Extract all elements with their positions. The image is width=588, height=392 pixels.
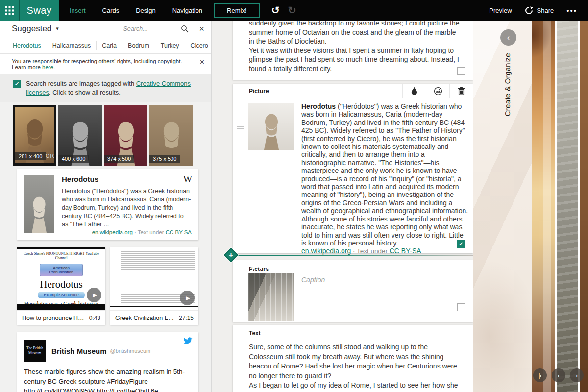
image-result-2[interactable]: 400 x 600	[58, 105, 102, 166]
image-size-badge: 281 x 400	[15, 152, 46, 160]
notice-here-link[interactable]: here.	[42, 64, 55, 70]
background-photo-strip	[580, 21, 588, 392]
video-thumbnail: Coach Shane's PRONOUNCE IT RIGHT YouTube…	[17, 247, 105, 310]
search-button[interactable]	[181, 25, 189, 33]
menu-item-navigation[interactable]: Navigation	[172, 7, 202, 14]
tag-caria[interactable]: Caria	[96, 41, 122, 50]
play-icon[interactable]: ▶	[180, 291, 195, 305]
british-museum-logo: The British Museum	[24, 340, 46, 362]
chevron-down-icon[interactable]: ▾	[56, 25, 59, 32]
go-to-start-button[interactable]: |‹	[533, 368, 547, 382]
bust-illustration	[26, 192, 52, 233]
share-label: Share	[537, 7, 554, 14]
focus-picture-icon	[434, 87, 442, 96]
tag-turkey[interactable]: Turkey	[155, 41, 185, 50]
suggested-dropdown[interactable]: Suggested	[12, 24, 51, 34]
cc-text-post: . Click to show all results.	[49, 89, 121, 96]
play-icon[interactable]: ▶	[87, 288, 101, 302]
more-options-button[interactable]: •••	[566, 6, 577, 15]
video-thumb-badge: American Pronunciation	[40, 264, 83, 276]
tweet-result-card[interactable]: The British Museum British Museum @briti…	[17, 332, 198, 392]
image-results-grid: ΌΤΟΣ 281 x 400 400 x 600 374 x 500	[0, 102, 211, 166]
video-result-2[interactable]: ▶ Greek Civilization Lecture... 27:15	[110, 247, 198, 325]
top-app-bar: Sway Insert Cards Design Navigation Remi…	[0, 0, 588, 21]
sway-logo[interactable]: Sway	[20, 0, 59, 21]
cc-filter-row: ✔ Search results are images tagged with …	[0, 74, 211, 102]
trash-icon	[458, 87, 465, 95]
caption-body: (''Hēródotos'') was a Greek historian wh…	[301, 102, 468, 247]
tag-halicarnassus[interactable]: Halicarnassus	[47, 41, 97, 50]
image-result-3[interactable]: 374 x 500	[104, 105, 147, 166]
focus-point-button[interactable]	[426, 84, 449, 98]
card-select-checkbox-checked[interactable]: ✔	[457, 240, 465, 248]
next-button[interactable]: ›	[570, 368, 584, 382]
previous-button[interactable]: ‹	[552, 368, 565, 382]
app-launcher-button[interactable]	[0, 0, 20, 21]
caption-license-link[interactable]: CC BY-SA	[390, 247, 421, 255]
collapse-panel-button[interactable]: ‹	[500, 29, 516, 46]
tag-herodotus[interactable]: Herodotus	[7, 41, 47, 50]
text-card-bottom[interactable]: Text Sure, some of the columns still sto…	[233, 325, 473, 392]
cc-checkbox-checked[interactable]: ✔	[13, 80, 21, 88]
card-type-label: Text	[249, 330, 462, 337]
wikipedia-license-link[interactable]: CC BY-SA	[166, 229, 192, 235]
image-size-badge: 400 x 600	[58, 155, 89, 163]
menu-item-cards[interactable]: Cards	[102, 7, 120, 14]
card-select-checkbox[interactable]	[457, 67, 465, 75]
video-result-1[interactable]: Coach Shane's PRONOUNCE IT RIGHT YouTube…	[17, 247, 105, 325]
search-input[interactable]	[123, 25, 181, 32]
wikipedia-source-sep: · Text under	[133, 229, 166, 235]
divider	[194, 24, 194, 34]
text-card-top[interactable]: suddenly given the backdrop to my favori…	[233, 21, 473, 80]
card-type-label: Picture	[249, 88, 269, 95]
wikipedia-logo-icon: W	[183, 174, 192, 185]
video-duration: 27:15	[179, 315, 194, 321]
letterbox-bar	[110, 306, 198, 307]
emphasis-droplet-button[interactable]	[402, 84, 426, 98]
caption-source-sep: · Text under	[351, 247, 390, 255]
card-caption-text[interactable]: Herodotus (''Hēródotos'') was a Greek hi…	[301, 102, 469, 256]
preview-button[interactable]: Preview	[489, 7, 512, 14]
close-panel-button[interactable]: ×	[199, 24, 204, 33]
menu-item-design[interactable]: Design	[136, 7, 155, 14]
remix-button[interactable]: Remix!	[214, 3, 259, 18]
card-picture-thumbnail[interactable]	[248, 103, 294, 150]
suggested-panel: Suggested ▾ × Herodotus Halicarnassus Ca…	[0, 21, 212, 392]
image-result-4[interactable]: 375 x 500	[149, 105, 193, 166]
card-select-checkbox[interactable]	[457, 303, 465, 311]
image-result-1[interactable]: ΌΤΟΣ 281 x 400	[13, 105, 56, 166]
card-picture-thumbnail[interactable]	[248, 273, 294, 321]
caption-placeholder[interactable]: Caption	[301, 276, 325, 284]
picture-card-herodotus[interactable]: Picture	[233, 84, 473, 253]
letterbox-bar	[17, 247, 105, 249]
create-organize-pane	[473, 21, 532, 392]
card-paragraph: As I began to let go of my idea of Rome,…	[249, 381, 462, 392]
image-size-badge: 375 x 500	[149, 155, 180, 163]
notice-close-icon[interactable]: ×	[200, 58, 204, 67]
wikipedia-source-link[interactable]: en.wikipedia.org	[92, 229, 133, 235]
tag-bodrum[interactable]: Bodrum	[122, 41, 155, 50]
share-button[interactable]: Share	[525, 6, 554, 15]
suggested-tags: Herodotus Halicarnassus Caria Bodrum Tur…	[0, 37, 211, 54]
drag-handle[interactable]	[237, 125, 244, 130]
card-paragraph: Yet it was with these visions that I spe…	[249, 46, 462, 74]
video-thumb-pill: Example Sentence	[38, 292, 85, 298]
search-icon	[181, 25, 189, 33]
droplet-icon	[411, 87, 418, 95]
letterbox-bar	[17, 304, 105, 310]
menu-item-insert[interactable]: Insert	[70, 7, 86, 14]
create-organize-label: Create & Organize	[503, 53, 512, 116]
undo-icon[interactable]: ↺	[271, 4, 280, 16]
redo-icon-disabled[interactable]: ↻	[288, 4, 296, 16]
caption-source-link[interactable]: en.wikipedia.org	[301, 247, 351, 255]
video-title: How to pronounce HEROD...	[22, 315, 85, 321]
wikipedia-result-card[interactable]: W Herodotus Herodotus (''Hēródotos'') wa…	[17, 169, 198, 240]
document-text-lines	[121, 251, 195, 275]
storyline-canvas: suddenly given the backdrop to my favori…	[212, 21, 473, 392]
picture-card-caption[interactable]: Picture ★★★ Caption	[233, 260, 473, 322]
video-duration: 0:43	[89, 315, 100, 321]
tag-cicero[interactable]: Cicero	[185, 41, 212, 50]
card-paragraph: suddenly given the backdrop to my favori…	[249, 21, 462, 46]
card-paragraph: Sure, some of the columns still stood an…	[249, 343, 462, 381]
delete-card-button[interactable]	[449, 84, 473, 98]
